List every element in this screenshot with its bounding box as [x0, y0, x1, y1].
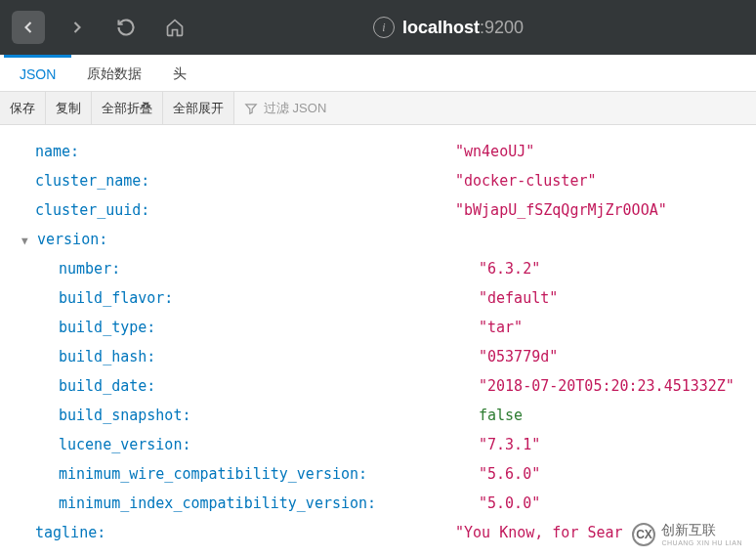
reload-button[interactable] — [109, 11, 143, 44]
home-button[interactable] — [158, 11, 191, 44]
json-key[interactable]: number: — [59, 254, 120, 283]
json-key[interactable]: build_snapshot: — [59, 401, 190, 430]
json-value: "default" — [479, 283, 558, 313]
save-button[interactable]: 保存 — [0, 92, 46, 124]
json-key[interactable]: name: — [35, 137, 79, 166]
json-key[interactable]: cluster_uuid: — [35, 195, 149, 225]
json-key[interactable]: minimum_wire_compatibility_version: — [59, 459, 367, 489]
url-port: :9200 — [480, 18, 524, 37]
filter-placeholder: 过滤 JSON — [264, 100, 326, 117]
collapse-caret-icon[interactable]: ▼ — [21, 231, 37, 252]
json-value: "5.0.0" — [479, 489, 540, 518]
tab-headers[interactable]: 头 — [157, 55, 202, 91]
json-value: "You Know, for Sear — [455, 518, 623, 547]
json-key[interactable]: lucene_version: — [59, 430, 190, 459]
address-bar[interactable]: i localhost:9200 — [373, 17, 524, 38]
forward-button[interactable] — [61, 11, 94, 44]
browser-chrome: i localhost:9200 — [0, 0, 756, 55]
json-value: "053779d" — [479, 342, 558, 371]
expand-all-button[interactable]: 全部展开 — [163, 92, 234, 124]
tab-raw[interactable]: 原始数据 — [71, 55, 157, 91]
filter-input[interactable]: 过滤 JSON — [234, 100, 756, 117]
watermark-sub: CHUANG XIN HU LIAN — [661, 539, 742, 546]
json-value: "wn4eoUJ" — [455, 137, 534, 166]
back-button[interactable] — [12, 11, 45, 44]
json-key[interactable]: build_hash: — [59, 342, 155, 371]
json-key[interactable]: tagline: — [35, 518, 105, 547]
json-value: "tar" — [479, 313, 523, 342]
collapse-all-button[interactable]: 全部折叠 — [92, 92, 163, 124]
json-value: "6.3.2" — [479, 254, 540, 283]
json-value: "docker-cluster" — [455, 166, 597, 195]
watermark-main: 创新互联 — [661, 522, 742, 539]
json-value: "7.3.1" — [479, 430, 540, 459]
viewer-tabs: JSON 原始数据 头 — [0, 55, 756, 92]
watermark-logo: CX — [632, 523, 655, 546]
json-key[interactable]: version: — [37, 225, 107, 254]
watermark: CX 创新互联 CHUANG XIN HU LIAN — [626, 518, 748, 550]
json-value: false — [479, 401, 523, 430]
copy-button[interactable]: 复制 — [46, 92, 92, 124]
json-key[interactable]: cluster_name: — [35, 166, 149, 195]
json-toolbar: 保存 复制 全部折叠 全部展开 过滤 JSON — [0, 92, 756, 125]
json-body: name:"wn4eoUJ" cluster_name:"docker-clus… — [0, 125, 756, 558]
json-key[interactable]: build_flavor: — [59, 283, 173, 313]
site-info-icon[interactable]: i — [373, 17, 395, 38]
url-host: localhost — [402, 18, 480, 37]
json-value: "5.6.0" — [479, 459, 540, 489]
json-key[interactable]: minimum_index_compatibility_version: — [59, 489, 376, 518]
json-key[interactable]: build_type: — [59, 313, 155, 342]
tab-json[interactable]: JSON — [4, 55, 71, 91]
json-value: "bWjapU_fSZqQgrMjZr0OOA" — [455, 195, 667, 225]
json-value: "2018-07-20T05:20:23.451332Z" — [479, 371, 735, 401]
json-key[interactable]: build_date: — [59, 371, 155, 401]
filter-icon — [244, 102, 258, 115]
